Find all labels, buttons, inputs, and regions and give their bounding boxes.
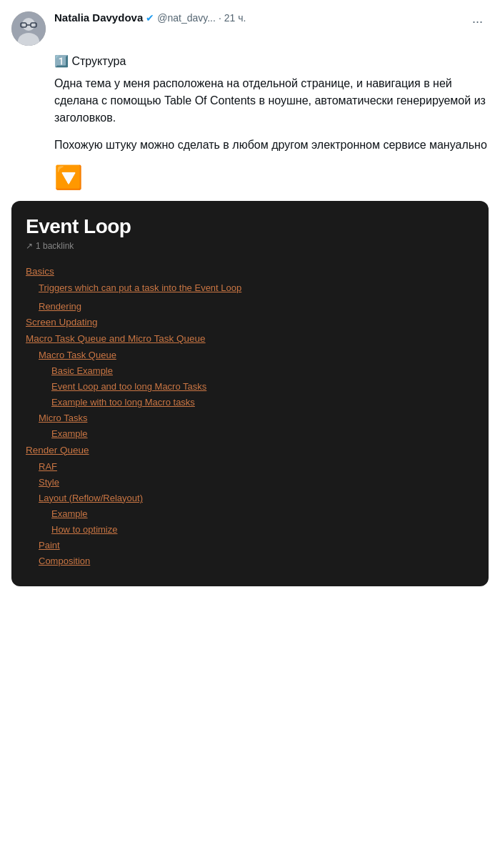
- toc-page-title: Event Loop: [11, 201, 489, 241]
- toc-item[interactable]: Macro Task Queue and Micro Task Queue: [26, 331, 474, 347]
- tweet-emoji: 🔽: [54, 164, 489, 191]
- toc-item[interactable]: Layout (Reflow/Relayout): [39, 490, 474, 506]
- tweet-container: Natalia Davydova ✔ @nat_davy... · 21 ч. …: [0, 0, 500, 586]
- avatar: [11, 11, 46, 46]
- avatar-image: [11, 11, 46, 46]
- tweet-time: ·: [219, 12, 221, 24]
- toc-card: Event Loop ↗ 1 backlink BasicsTriggers w…: [11, 201, 489, 586]
- toc-item[interactable]: Triggers which can put a task into the E…: [39, 280, 474, 296]
- toc-item[interactable]: Screen Updating: [26, 315, 474, 331]
- toc-navigation: BasicsTriggers which can put a task into…: [11, 261, 489, 572]
- tweet-header: Natalia Davydova ✔ @nat_davy... · 21 ч. …: [11, 11, 489, 46]
- toc-item[interactable]: Example: [51, 506, 474, 522]
- toc-item[interactable]: Basics: [26, 264, 474, 280]
- backlink-text: 1 backlink: [36, 241, 74, 251]
- toc-backlink[interactable]: ↗ 1 backlink: [11, 241, 489, 261]
- toc-item[interactable]: Render Queue: [26, 443, 474, 459]
- svg-point-1: [22, 18, 35, 31]
- tweet-paragraph-2: Похожую штуку можно сделать в любом друг…: [54, 137, 489, 154]
- verified-icon: ✔: [146, 12, 154, 24]
- tweet-body: Одна тема у меня расположена на отдельно…: [54, 75, 489, 154]
- toc-item[interactable]: Basic Example: [51, 363, 474, 379]
- tweet-timestamp: 21 ч.: [224, 12, 246, 24]
- toc-item[interactable]: Composition: [39, 553, 474, 569]
- tweet-paragraph-1: Одна тема у меня расположена на отдельно…: [54, 75, 489, 127]
- more-options-button[interactable]: ···: [466, 11, 489, 32]
- user-name[interactable]: Natalia Davydova: [54, 11, 143, 24]
- toc-item[interactable]: Event Loop and too long Macro Tasks: [51, 379, 474, 395]
- user-info: Natalia Davydova ✔ @nat_davy... · 21 ч.: [54, 11, 458, 24]
- user-handle: @nat_davy...: [157, 12, 216, 24]
- user-name-row: Natalia Davydova ✔ @nat_davy... · 21 ч.: [54, 11, 458, 24]
- toc-item[interactable]: Micro Tasks: [39, 410, 474, 426]
- toc-item[interactable]: Macro Task Queue: [39, 347, 474, 363]
- backlink-icon: ↗: [26, 241, 33, 251]
- toc-item[interactable]: Example: [51, 426, 474, 442]
- tweet-title: 1️⃣ Структура: [54, 54, 489, 68]
- toc-item[interactable]: How to optimize: [51, 522, 474, 538]
- toc-item[interactable]: RAF: [39, 459, 474, 475]
- toc-item[interactable]: Style: [39, 475, 474, 490]
- toc-item[interactable]: Rendering: [39, 299, 474, 315]
- toc-item[interactable]: Paint: [39, 538, 474, 553]
- toc-item[interactable]: Example with too long Macro tasks: [51, 395, 474, 410]
